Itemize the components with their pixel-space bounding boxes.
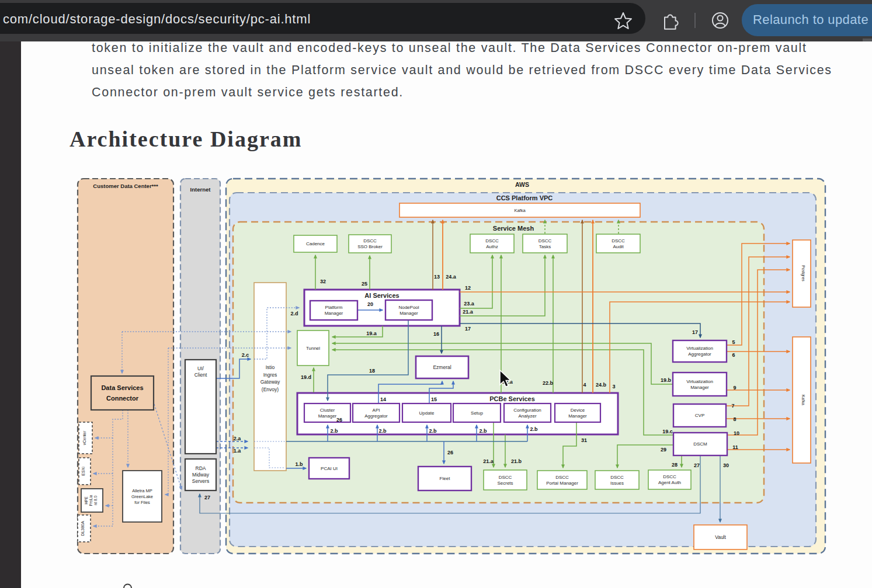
svg-text:for Files: for Files [134, 500, 150, 505]
svg-text:Aggregator: Aggregator [364, 413, 388, 419]
svg-text:DSCC: DSCC [612, 238, 625, 243]
svg-text:DSCC: DSCC [499, 475, 512, 480]
svg-text:Postgres: Postgres [801, 265, 805, 281]
svg-text:Portal Manager: Portal Manager [546, 481, 578, 486]
svg-text:24.b: 24.b [596, 382, 607, 388]
svg-text:CCS Platform VPC: CCS Platform VPC [496, 194, 553, 201]
svg-text:6: 6 [732, 352, 735, 358]
svg-text:Aggregator: Aggregator [688, 352, 711, 357]
svg-text:21.a: 21.a [463, 309, 474, 315]
svg-text:Midway: Midway [192, 472, 210, 478]
svg-text:GreenLake: GreenLake [131, 494, 153, 499]
svg-text:NodePool: NodePool [398, 305, 419, 310]
svg-text:DSCC: DSCC [610, 475, 624, 480]
svg-text:Agent Auth: Agent Auth [658, 480, 681, 485]
svg-text:ProLia: ProLia [89, 495, 93, 506]
svg-text:Alletra MP: Alletra MP [132, 488, 152, 493]
svg-text:19.b: 19.b [661, 377, 672, 383]
svg-text:Servers: Servers [192, 478, 209, 484]
svg-text:18: 18 [369, 368, 375, 374]
svg-text:Update: Update [419, 410, 435, 416]
svg-text:Tasks: Tasks [539, 244, 551, 249]
svg-text:23.a: 23.a [464, 301, 475, 307]
svg-text:Manager: Manager [318, 413, 337, 419]
svg-text:22.b: 22.b [543, 380, 554, 386]
svg-text:Cadence: Cadence [306, 241, 325, 246]
svg-text:Data Services: Data Services [101, 384, 143, 391]
svg-text:29: 29 [661, 447, 666, 453]
svg-text:SSO Broker: SSO Broker [357, 244, 383, 249]
svg-text:RDA: RDA [196, 465, 206, 471]
svg-text:Service Mesh: Service Mesh [493, 225, 534, 232]
svg-text:27: 27 [694, 462, 700, 468]
svg-text:DSCC: DSCC [555, 475, 569, 480]
svg-text:31: 31 [581, 437, 587, 443]
svg-text:AI Services: AI Services [364, 292, 399, 299]
svg-text:Manager: Manager [568, 413, 587, 419]
svg-text:30: 30 [723, 462, 729, 468]
svg-text:DSCC: DSCC [485, 238, 499, 243]
svg-text:16: 16 [433, 331, 439, 337]
svg-text:20: 20 [367, 301, 373, 307]
svg-text:Analyzer: Analyzer [518, 413, 536, 419]
svg-text:19.a: 19.a [366, 330, 377, 336]
svg-text:Manager: Manager [690, 385, 709, 390]
svg-text:Platform: Platform [325, 305, 343, 310]
svg-text:25: 25 [362, 281, 367, 287]
svg-text:13: 13 [434, 274, 440, 280]
svg-text:Manager: Manager [399, 311, 418, 316]
svg-text:Connector: Connector [106, 395, 139, 402]
svg-text:DSCC: DSCC [663, 474, 676, 479]
svg-text:12: 12 [465, 285, 471, 291]
svg-text:17: 17 [465, 326, 471, 332]
svg-text:Authz: Authz [486, 244, 498, 249]
svg-text:28: 28 [672, 462, 678, 468]
svg-text:Ingres: Ingres [263, 372, 277, 378]
svg-text:CVP: CVP [695, 413, 704, 418]
svg-text:19.c: 19.c [662, 429, 673, 434]
svg-text:Manager: Manager [325, 311, 343, 316]
svg-text:8: 8 [733, 416, 736, 422]
svg-text:Tunnel: Tunnel [306, 346, 320, 351]
svg-text:Secrets: Secrets [497, 481, 513, 486]
svg-text:5: 5 [732, 339, 735, 345]
svg-text:32: 32 [320, 279, 326, 284]
svg-text:21.b: 21.b [511, 458, 522, 464]
svg-text:Kafka: Kafka [801, 395, 805, 405]
svg-text:1.b: 1.b [295, 461, 303, 467]
svg-text:Virtualization: Virtualization [686, 346, 713, 351]
svg-text:2.b: 2.b [479, 428, 487, 434]
svg-text:DSCC: DSCC [539, 238, 552, 243]
svg-text:nt 8.0: nt 8.0 [93, 495, 98, 505]
svg-text:7: 7 [731, 403, 734, 409]
svg-text:Kafka: Kafka [514, 208, 526, 213]
svg-text:Cluster: Cluster [320, 408, 335, 413]
svg-text:Vault: Vault [715, 534, 726, 540]
svg-text:2.d: 2.d [290, 311, 298, 316]
svg-text:Audit: Audit [613, 244, 624, 249]
svg-text:1.a: 1.a [234, 448, 242, 454]
svg-text:Issues: Issues [610, 481, 624, 486]
svg-text:3: 3 [612, 384, 615, 389]
svg-text:26: 26 [447, 450, 453, 455]
svg-text:Fleet: Fleet [440, 476, 451, 481]
svg-text:2.b: 2.b [530, 426, 538, 432]
svg-text:Virtualization: Virtualization [686, 379, 713, 384]
svg-text:15: 15 [431, 396, 437, 402]
svg-text:Gateway: Gateway [260, 379, 280, 385]
svg-text:2.b: 2.b [330, 428, 338, 434]
svg-text:Device: Device [571, 408, 585, 413]
svg-text:DSCM: DSCM [693, 441, 707, 447]
svg-text:PCAI UI: PCAI UI [321, 466, 338, 471]
svg-text:17: 17 [692, 329, 698, 335]
svg-text:2.c: 2.c [242, 352, 249, 358]
svg-text:4: 4 [583, 382, 586, 388]
svg-text:24.a: 24.a [446, 274, 457, 280]
svg-text:10: 10 [734, 430, 739, 436]
svg-text:PCBe Services: PCBe Services [489, 395, 535, 402]
svg-text:Setup: Setup [471, 410, 483, 416]
svg-text:2.b: 2.b [378, 428, 387, 434]
svg-text:11: 11 [732, 444, 738, 450]
svg-text:Client: Client [194, 372, 207, 378]
svg-text:(Envoy): (Envoy) [262, 387, 279, 392]
